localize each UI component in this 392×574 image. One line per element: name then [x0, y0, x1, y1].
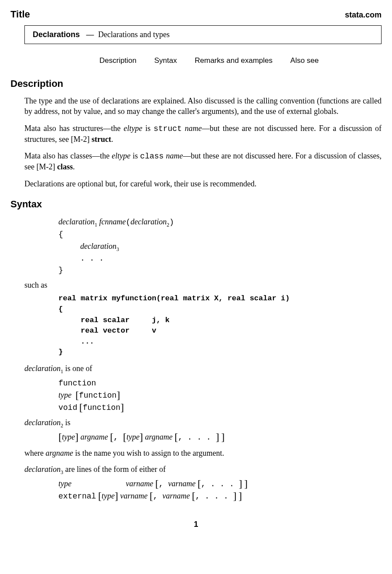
page-title: Title — [10, 9, 30, 20]
desc-para-2: Mata also has structures—the eltype is s… — [24, 123, 382, 145]
argname-note: where argname is the name you wish to as… — [24, 448, 382, 458]
section-syntax-heading: Syntax — [10, 199, 382, 210]
declaration2-label: declaration2 is — [24, 418, 382, 429]
brand-label: stata.com — [345, 10, 382, 20]
box-separator: — — [82, 30, 96, 39]
box-name: Declarations — [33, 30, 80, 39]
section-description-heading: Description — [10, 78, 382, 89]
nav-syntax[interactable]: Syntax — [154, 56, 177, 65]
desc-para-4: Declarations are optional but, for caref… — [24, 179, 382, 189]
declaration3-label: declaration3 are lines of the form of ei… — [24, 465, 382, 476]
syntax-example-code: real matrix myfunction(real matrix X, re… — [58, 293, 382, 358]
such-as-label: such as — [24, 281, 382, 290]
declaration1-label: declaration1 is one of — [24, 364, 382, 375]
nav-also[interactable]: Also see — [290, 56, 319, 65]
page-number: 1 — [10, 520, 382, 529]
nav-description[interactable]: Description — [99, 56, 136, 65]
desc-para-3: Mata also has classes—the eltype is clas… — [24, 151, 382, 172]
nav-links: Description Syntax Remarks and examples … — [10, 56, 382, 65]
declaration2-grammar: [type] argname [, [type] argname [, . . … — [58, 431, 382, 443]
header-row: Title stata.com — [10, 9, 382, 20]
declaration3-grammar: type varname [, varname [, . . . ] ] ext… — [58, 478, 382, 502]
nav-remarks[interactable]: Remarks and examples — [194, 56, 273, 65]
title-box: Declarations — Declarations and types — [24, 25, 382, 44]
desc-para-1: The type and the use of declarations are… — [24, 96, 382, 117]
declaration1-options: function type [function] void [function] — [58, 378, 382, 414]
syntax-grammar: declaration1 fcnname(declaration2) { dec… — [58, 216, 382, 276]
box-desc: Declarations and types — [98, 30, 170, 39]
